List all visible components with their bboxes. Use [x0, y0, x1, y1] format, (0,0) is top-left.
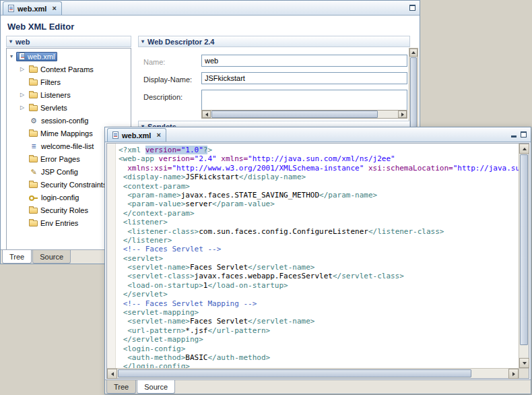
front-tab-title: web.xml [122, 131, 151, 140]
tree-item-body: web.xml [16, 52, 57, 61]
code-area[interactable]: <?xml version="1.0"?><web-app version="2… [117, 144, 519, 368]
code-line: <servlet-name>Faces Servlet</servlet-nam… [119, 263, 519, 272]
close-icon[interactable]: × [156, 131, 160, 139]
tree-item-label: JSP Config [41, 168, 78, 176]
code-line: <web-app version="2.4" xmlns="http://jav… [119, 154, 519, 163]
source-editor: <?xml version="1.0"?><web-app version="2… [106, 143, 529, 379]
scroll-down-icon[interactable] [519, 358, 529, 368]
folder-icon [29, 220, 38, 226]
tab-source[interactable]: Source [137, 380, 175, 394]
key-icon [29, 193, 38, 202]
folder-icon [29, 80, 38, 86]
scroll-up-icon[interactable] [409, 49, 418, 57]
tree-item-body: login-config [27, 193, 81, 202]
scroll-left-icon[interactable] [202, 111, 211, 118]
expanded-triangle-icon[interactable]: ▾ [7, 53, 16, 59]
tree-section-header[interactable]: ▾ web [6, 36, 131, 47]
tree-item-body: JSP Config [27, 167, 80, 177]
front-window-buttons [511, 131, 527, 138]
tree-item-label: Env Entries [40, 219, 78, 227]
tree-item-session-config[interactable]: session-config [7, 114, 131, 127]
code-line: <url-pattern>*.jsf</url-pattern> [119, 326, 519, 335]
scroll-left-icon[interactable] [107, 369, 117, 379]
collapsed-triangle-icon[interactable]: ▷ [18, 104, 27, 111]
display-name-field[interactable] [201, 72, 407, 84]
collapsed-triangle-icon[interactable]: ▷ [18, 92, 27, 98]
description-scroll-track[interactable] [211, 111, 398, 118]
folder-icon [29, 182, 38, 188]
tree-item-body: Security Constraints [27, 180, 108, 189]
description-hscrollbar [201, 110, 407, 119]
back-editor-tab-webxml[interactable]: web.xml × [3, 1, 62, 15]
back-tab-title: web.xml [18, 5, 46, 13]
tab-source[interactable]: Source [32, 250, 71, 264]
tree-item-body: Filters [27, 78, 63, 87]
tree-item-label: Error Pages [40, 155, 80, 163]
tab-tree[interactable]: Tree [106, 380, 136, 394]
tree-item-label: Context Params [40, 65, 94, 73]
tree-section-label: web [15, 38, 30, 46]
xml-file-icon [112, 131, 119, 139]
code-line: <?xml version="1.0"?> [119, 146, 519, 154]
code-line: <servlet-class>javax.faces.webapp.FacesS… [119, 272, 519, 280]
description-field[interactable] [201, 90, 407, 110]
folder-icon [29, 208, 38, 214]
description-scroll-thumb[interactable] [211, 111, 378, 118]
tree-item-label: session-config [41, 117, 88, 125]
code-line: <listener-class>com.sun.faces.config.Con… [119, 227, 519, 236]
scroll-right-icon[interactable] [508, 369, 519, 379]
descriptor-section-header[interactable]: ▾ Web Descriptor 2.4 [138, 36, 410, 47]
scroll-right-icon[interactable] [398, 111, 407, 118]
maximize-icon[interactable] [521, 131, 527, 138]
tree-item-label: Mime Mappings [40, 129, 93, 138]
front-editor-tabbar: web.xml × [105, 127, 531, 142]
code-line: <listener> [119, 218, 519, 226]
tree-item-label: Servlets [40, 104, 67, 112]
section-collapse-icon[interactable]: ▾ [141, 38, 144, 44]
tree-item-body: Error Pages [27, 154, 82, 164]
maximize-icon[interactable] [409, 5, 415, 11]
pencil-icon [29, 168, 38, 176]
folder-icon [29, 131, 38, 137]
description-label: Description: [143, 93, 182, 101]
tree-item-label: Security Roles [40, 206, 88, 214]
code-line: </listener> [119, 236, 519, 245]
tab-tree-label: Tree [114, 383, 129, 391]
scroll-up-icon[interactable] [519, 144, 529, 154]
tree-item-listeners[interactable]: ▷Listeners [7, 88, 131, 101]
tree-item-context-params[interactable]: ▷Context Params [7, 63, 131, 75]
editor-hscrollbar [107, 368, 519, 378]
tree-item-label: Listeners [40, 91, 71, 99]
code-line: xmlns:xsi="http://www.w3.org/2001/XMLSch… [119, 164, 519, 173]
folder-icon [29, 156, 38, 162]
code-line: <param-value>server</param-value> [119, 200, 519, 208]
tree-item-label: welcome-file-list [41, 142, 94, 150]
editor-vscroll-thumb[interactable] [520, 154, 528, 345]
tree-item-filters[interactable]: Filters [7, 75, 131, 88]
webxml-file-icon [19, 53, 25, 60]
editor-hscroll-thumb[interactable] [118, 369, 471, 377]
descriptor-section-label: Web Descriptor 2.4 [147, 38, 214, 46]
collapsed-triangle-icon[interactable]: ▷ [18, 66, 27, 72]
tree-item-label: Security Constraints [40, 181, 106, 189]
code-line: </servlet> [119, 290, 519, 299]
tab-tree[interactable]: Tree [2, 250, 32, 264]
tree-item-web-xml[interactable]: ▾web.xml [7, 50, 131, 63]
tree-item-body: Context Params [27, 65, 96, 74]
code-line: </servlet-mapping> [119, 335, 519, 344]
front-editor-tab-webxml[interactable]: web.xml × [107, 128, 166, 142]
code-line: <servlet-name>Faces Servlet</servlet-nam… [119, 317, 519, 326]
section-collapse-icon[interactable]: ▾ [9, 38, 12, 44]
back-editor-tabbar: web.xml × [1, 1, 420, 16]
display-name-label: Display-Name: [143, 75, 192, 84]
close-icon[interactable]: × [52, 5, 56, 12]
tree-item-body: Env Entries [27, 218, 80, 228]
name-field[interactable] [201, 55, 407, 67]
minimize-icon[interactable] [511, 135, 517, 138]
tree-item-body: Security Roles [27, 206, 90, 215]
gear-icon [29, 117, 38, 125]
tree-item-body: Listeners [27, 90, 73, 100]
tree-item-servlets[interactable]: ▷Servlets [7, 101, 131, 114]
code-line: <auth-method>BASIC</auth-method> [119, 353, 519, 362]
code-line: <param-name>javax.faces.STATE_SAVING_MET… [119, 191, 519, 200]
